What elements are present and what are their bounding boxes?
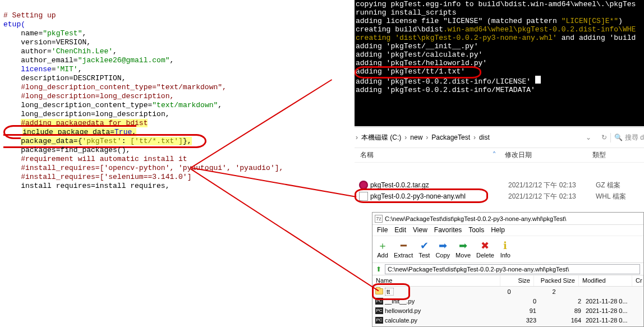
7zip-window: 7z C:\new\PackageTest\dist\pkgTest-0.0.2… <box>372 212 644 327</box>
7zip-list-header: Name Size Packed Size Modified Cr <box>372 275 643 287</box>
menu-file[interactable]: File <box>377 226 388 234</box>
menu-tools[interactable]: Tools <box>468 226 484 234</box>
menu-edit[interactable]: Edit <box>394 226 406 234</box>
annotation-terminal-highlight <box>355 66 481 79</box>
tool-copy[interactable]: ➡Copy <box>435 240 450 259</box>
setup-open: etup( <box>3 20 25 29</box>
col-7z-cr[interactable]: Cr <box>632 275 643 286</box>
7zip-menubar: File Edit View Favorites Tools Help <box>372 225 643 236</box>
7zip-pathbar: ⬆ <box>372 263 643 275</box>
breadcrumb-dist[interactable]: dist <box>477 133 492 141</box>
up-icon[interactable]: ⬆ <box>376 265 381 273</box>
python-file-icon: PC <box>375 316 384 324</box>
7z-row-tt[interactable]: tt 0 2 <box>372 287 643 296</box>
arrow-right-icon: ➡ <box>437 240 448 251</box>
col-name[interactable]: 名稱 <box>355 148 499 162</box>
7zip-path-input[interactable] <box>385 264 640 274</box>
check-icon: ✔ <box>418 240 430 251</box>
tool-delete[interactable]: ✖Delete <box>476 240 494 259</box>
chevron-icon[interactable]: › <box>355 133 359 141</box>
tool-move[interactable]: ➡Move <box>456 240 471 259</box>
7z-row-calculate[interactable]: PC calculate.py 323 164 2021-11-28 0... <box>372 315 643 325</box>
col-7z-modified[interactable]: Modified <box>579 275 632 286</box>
dropdown-icon[interactable]: ⌄ <box>582 131 595 144</box>
tool-extract[interactable]: ━Extract <box>394 240 413 259</box>
7z-icon: 7z <box>375 215 383 223</box>
7zip-title-text: C:\new\PackageTest\dist\pkgTest-0.0.2-py… <box>385 215 566 222</box>
7zip-list-body: tt 0 2 PC __init__.py 0 2 2021-11-28 0..… <box>372 287 643 325</box>
breadcrumb-packagetest[interactable]: PackageTest <box>429 133 472 141</box>
search-icon: 🔍 <box>614 133 623 141</box>
comment-setting-up: # Setting up <box>3 11 56 20</box>
minus-icon: ━ <box>398 240 409 251</box>
plus-icon: ＋ <box>377 240 388 251</box>
sort-indicator-icon: ⌃ <box>493 150 496 157</box>
7zip-toolbar: ＋Add ━Extract ✔Test ➡Copy ➡Move ✖Delete … <box>372 236 643 263</box>
menu-favorites[interactable]: Favorites <box>434 226 462 234</box>
cursor <box>535 76 541 84</box>
tool-info[interactable]: ℹInfo <box>500 240 511 259</box>
filelist-header: 名稱 修改日期 類型 <box>355 148 644 163</box>
x-icon: ✖ <box>480 240 491 251</box>
arrow-right-green-icon: ➡ <box>458 240 469 251</box>
code-editor: # Setting up etup( name="pkgTest", versi… <box>0 0 353 327</box>
tool-add[interactable]: ＋Add <box>377 240 388 259</box>
col-7z-size[interactable]: Size <box>500 275 534 286</box>
tool-test[interactable]: ✔Test <box>418 240 430 259</box>
info-icon: ℹ <box>500 240 511 251</box>
annotation-whl-highlight <box>355 188 488 203</box>
search-placeholder[interactable]: 搜尋 d <box>623 133 644 142</box>
terminal-output: copying pkgTest.egg-info to build\bdist.… <box>355 0 644 126</box>
7z-row-init[interactable]: PC __init__.py 0 2 2021-11-28 0... <box>372 296 643 306</box>
col-type[interactable]: 類型 <box>587 148 644 162</box>
menu-view[interactable]: View <box>413 226 427 234</box>
7zip-titlebar[interactable]: 7z C:\new\PackageTest\dist\pkgTest-0.0.2… <box>372 213 643 225</box>
python-file-icon: PC <box>375 307 384 315</box>
col-date[interactable]: 修改日期 <box>499 148 587 162</box>
breadcrumb-drive[interactable]: 本機磁碟 (C:) <box>359 133 403 142</box>
col-7z-packed[interactable]: Packed Size <box>534 275 579 286</box>
explorer-breadcrumb-bar: › 本機磁碟 (C:) › new › PackageTest › dist ⌄… <box>355 127 644 148</box>
breadcrumb-new[interactable]: new <box>408 133 425 141</box>
refresh-icon[interactable]: ↻ <box>598 131 610 144</box>
menu-help[interactable]: Help <box>491 226 505 234</box>
7z-row-helloworld[interactable]: PC helloworld.py 91 89 2021-11-28 0... <box>372 306 643 315</box>
annotation-tt-folder-highlight <box>372 283 410 300</box>
